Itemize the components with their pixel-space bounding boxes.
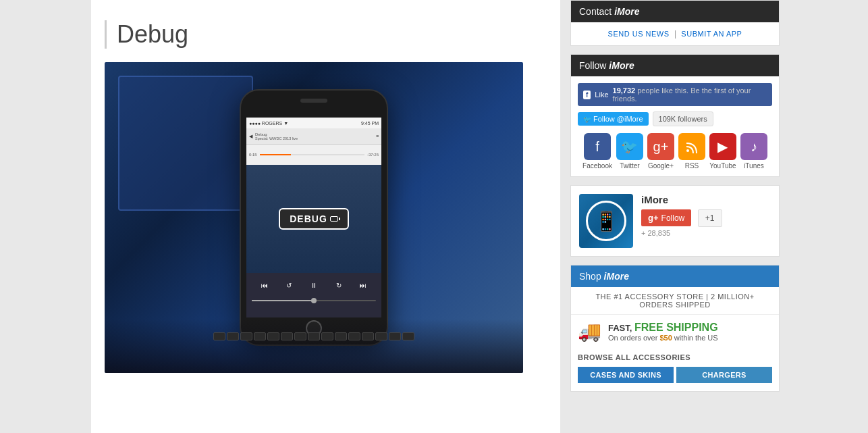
follow-header: Follow iMore xyxy=(571,55,779,76)
youtube-icon: ▶ xyxy=(709,133,736,160)
follow-section: f Like 19,732 people like this. Be the f… xyxy=(571,76,779,176)
submit-app-link[interactable]: SUBMIT AN APP xyxy=(681,30,742,38)
facebook-icon-item[interactable]: f Facebook xyxy=(582,133,612,170)
like-label: Like xyxy=(595,91,608,99)
contact-header: Contact iMore xyxy=(571,1,779,22)
contact-box: Contact iMore SEND US NEWS | SUBMIT AN A… xyxy=(570,0,780,46)
shipping-subtext: On orders over $50 within the US xyxy=(608,334,718,342)
page-title: Debug xyxy=(117,20,547,49)
keyboard-bg xyxy=(105,319,523,373)
twitter-label: Twitter xyxy=(620,162,639,170)
shipping-banner: 🚚 FAST, FREE SHIPPING On orders over $50… xyxy=(571,315,779,348)
facebook-like-bar: f Like 19,732 people like this. Be the f… xyxy=(578,83,772,106)
gplus-followers: + 28,835 xyxy=(641,229,771,237)
gplus-box: 📱 iMore g+ Follow +1 + 28,835 xyxy=(570,185,780,257)
phone-artwork: DEBUG xyxy=(246,165,381,273)
phone-app-bar: ◀ DebugSpecial: WWDC 2013 live ≡ xyxy=(246,128,381,145)
volume-bar xyxy=(246,297,381,304)
facebook-label: Facebook xyxy=(582,162,612,170)
itunes-icon-item[interactable]: ♪ iTunes xyxy=(740,133,767,170)
shipping-text: FAST, FREE SHIPPING xyxy=(608,322,718,334)
sidebar: Contact iMore SEND US NEWS | SUBMIT AN A… xyxy=(570,0,780,433)
twitter-icon-item[interactable]: 🐦 Twitter xyxy=(616,133,643,170)
googleplus-label: Google+ xyxy=(648,162,674,170)
googleplus-icon-item[interactable]: g+ Google+ xyxy=(647,133,674,170)
phone-controls: ⏮ ↺ ⏸ ↻ ⏭ xyxy=(246,273,381,297)
contact-links: SEND US NEWS | SUBMIT AN APP xyxy=(571,22,779,45)
gplus-follow-button[interactable]: g+ Follow xyxy=(641,209,691,226)
gplus-avatar: 📱 xyxy=(579,194,633,248)
rewind-btn[interactable]: ⏮ xyxy=(261,282,268,289)
googleplus-icon: g+ xyxy=(647,133,674,160)
twitter-icon: 🐦 xyxy=(616,133,643,160)
facebook-small-icon: f xyxy=(583,91,591,99)
rss-icon-item[interactable]: RSS xyxy=(678,133,705,170)
gplus-plus-one-button[interactable]: +1 xyxy=(698,209,722,227)
shop-tagline: THE #1 ACCESSORY STORE | 2 MILLION+ ORDE… xyxy=(571,287,779,315)
rss-icon xyxy=(678,133,705,160)
chargers-btn[interactable]: CHARGERS xyxy=(676,367,772,383)
forward-btn[interactable]: ⏭ xyxy=(360,282,367,289)
shop-header: Shop iMore xyxy=(571,265,779,287)
youtube-label: YouTube xyxy=(709,162,736,170)
divider: | xyxy=(674,29,676,39)
social-icons-grid: f Facebook 🐦 Twitter g+ Google+ xyxy=(578,133,772,170)
keyboard-keys xyxy=(105,319,523,340)
rss-label: RSS xyxy=(685,162,699,170)
gplus-info: iMore g+ Follow +1 + 28,835 xyxy=(641,194,771,237)
itunes-icon: ♪ xyxy=(740,133,767,160)
podcast-scrubber: 0:15 -37:25 xyxy=(246,145,381,165)
phone-icon: 📱 xyxy=(595,210,618,232)
cases-and-skins-btn[interactable]: CASES AND SKINS xyxy=(578,367,674,383)
phone-screen: ●●●● ROGERS ▼ 9:45 PM ◀ DebugSpecial: WW… xyxy=(246,118,381,317)
browse-accessories-label: BROWSE ALL ACCESSORIES xyxy=(571,348,779,364)
follow-box: Follow iMore f Like 19,732 people like t… xyxy=(570,54,780,177)
followers-badge: 109K followers xyxy=(653,111,713,126)
phone-mockup: ●●●● ROGERS ▼ 9:45 PM ◀ DebugSpecial: WW… xyxy=(240,89,388,346)
article-image: ●●●● ROGERS ▼ 9:45 PM ◀ DebugSpecial: WW… xyxy=(105,62,523,373)
debug-badge: DEBUG xyxy=(279,208,349,230)
page-title-area: Debug xyxy=(105,20,547,49)
truck-icon: 🚚 xyxy=(578,320,601,342)
gplus-avatar-inner: 📱 xyxy=(586,201,626,241)
battery-icon xyxy=(330,216,338,222)
send-news-link[interactable]: SEND US NEWS xyxy=(608,30,670,38)
main-content: Debug ●●●● ROGERS ▼ 9:45 PM xyxy=(91,0,560,433)
gplus-name: iMore xyxy=(641,194,771,205)
youtube-icon-item[interactable]: ▶ YouTube xyxy=(709,133,736,170)
back-15-btn[interactable]: ↺ xyxy=(286,282,292,289)
pause-btn[interactable]: ⏸ xyxy=(310,282,317,289)
twitter-follow-button[interactable]: 🐦 Follow @iMore xyxy=(578,112,649,126)
monitor-bg xyxy=(118,76,253,211)
phone-status-bar: ●●●● ROGERS ▼ 9:45 PM xyxy=(246,118,381,128)
gplus-actions: g+ Follow +1 xyxy=(641,209,771,229)
itunes-label: iTunes xyxy=(744,162,764,170)
speaker xyxy=(300,99,327,103)
shop-box: Shop iMore THE #1 ACCESSORY STORE | 2 MI… xyxy=(570,265,780,392)
accessories-grid: CASES AND SKINS CHARGERS xyxy=(571,364,779,386)
facebook-icon: f xyxy=(584,133,611,160)
left-gutter xyxy=(0,0,91,433)
forward-15-btn[interactable]: ↻ xyxy=(336,282,342,289)
twitter-follow-bar: 🐦 Follow @iMore 109K followers xyxy=(578,111,772,126)
fb-like-text: 19,732 people like this. Be the first of… xyxy=(613,86,767,103)
svg-point-0 xyxy=(686,149,689,152)
